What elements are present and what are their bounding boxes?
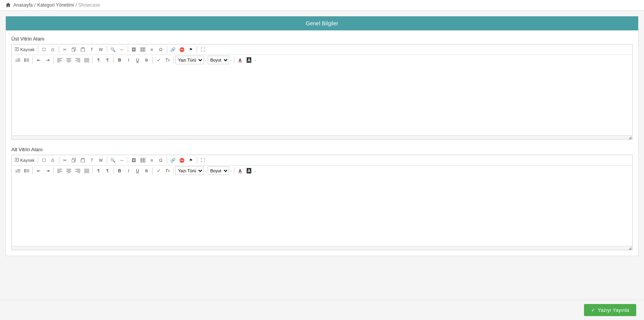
lower-align-left-btn[interactable] — [55, 166, 64, 175]
card-body: Üst Vitrin Alanı Kaynak ☐ ⎙ ✂ — [6, 30, 638, 256]
lower-anchor-btn[interactable]: ⚑ — [187, 156, 195, 164]
upper-editor-content[interactable] — [12, 65, 632, 135]
upper-align-left-btn[interactable] — [55, 56, 64, 64]
breadcrumb-home[interactable]: Anasayfa — [13, 2, 33, 8]
sep — [38, 157, 38, 164]
upper-paste-text-btn[interactable]: T — [88, 45, 96, 54]
upper-bidi-rtl-btn[interactable]: ¶ — [103, 56, 112, 64]
sep — [32, 167, 33, 174]
lower-bidi-ltr-btn[interactable]: ¶ — [94, 166, 103, 175]
upper-remove-format-btn[interactable]: ✓ — [154, 56, 163, 64]
lower-source-btn[interactable]: Kaynak — [13, 156, 36, 164]
lower-bold-btn[interactable]: B — [115, 166, 124, 175]
lower-strike-btn[interactable]: S — [142, 166, 151, 175]
lower-italic-btn[interactable]: I — [124, 166, 133, 175]
lower-image-btn[interactable]: 🖼 — [130, 156, 138, 164]
lower-ol-btn[interactable]: 1. — [13, 166, 22, 175]
lower-align-center-btn[interactable] — [64, 166, 73, 175]
lower-bidi-rtl-btn[interactable]: ¶ — [103, 166, 112, 175]
lower-font-color-btn[interactable]: A — [236, 166, 244, 175]
svg-rect-7 — [140, 47, 145, 52]
upper-align-center-btn[interactable] — [64, 56, 73, 64]
upper-copy-btn[interactable] — [70, 45, 78, 54]
upper-smiley-btn[interactable]: Ω — [157, 45, 165, 54]
upper-justify-btn[interactable] — [82, 56, 91, 64]
svg-point-16 — [24, 58, 25, 60]
upper-toolbar-row2: 1. ⇤ ⇥ — [12, 55, 632, 65]
lower-print-btn[interactable]: ⎙ — [49, 156, 57, 164]
lower-copy-btn[interactable] — [70, 156, 78, 164]
lower-hrule-btn[interactable]: ≡ — [148, 156, 156, 164]
svg-rect-4 — [72, 48, 74, 52]
upper-font-type-select[interactable]: Yazı Türü — [175, 56, 204, 64]
upper-editor-footer: ◢ — [12, 135, 632, 139]
sep — [167, 157, 167, 164]
upper-italic-btn[interactable]: I — [124, 56, 133, 64]
lower-find-btn[interactable]: 🔍 — [109, 156, 117, 164]
upper-bg-color-btn[interactable]: A — [245, 56, 253, 64]
upper-fullscreen-btn[interactable]: ⛶ — [199, 45, 207, 54]
upper-align-right-btn[interactable] — [73, 56, 82, 64]
upper-bidi-ltr-btn[interactable]: ¶ — [94, 56, 103, 64]
upper-print-btn[interactable]: ⎙ — [49, 45, 57, 54]
lower-indent-btn[interactable]: ⇥ — [43, 166, 52, 175]
lower-underline-btn[interactable]: U — [133, 166, 142, 175]
lower-toolbar-row1: Kaynak ☐ ⎙ ✂ T W — [12, 155, 632, 165]
lower-unlink-btn[interactable]: ⛔ — [178, 156, 186, 164]
lower-link-btn[interactable]: 🔗 — [169, 156, 177, 164]
upper-link-btn[interactable]: 🔗 — [169, 45, 177, 54]
upper-outdent-btn[interactable]: ⇤ — [34, 56, 43, 64]
upper-clear-format-btn[interactable]: Tx — [163, 56, 172, 64]
lower-align-right-btn[interactable] — [73, 166, 82, 175]
lower-editor-content[interactable] — [12, 176, 632, 246]
lower-table-btn[interactable] — [139, 156, 147, 164]
upper-editor-wrapper: Kaynak ☐ ⎙ ✂ T — [11, 44, 633, 140]
lower-font-type-select[interactable]: Yazı Türü — [175, 166, 204, 175]
upper-cut-btn[interactable]: ✂ — [61, 45, 69, 54]
upper-paste-btn[interactable] — [79, 45, 87, 54]
lower-paste-word-btn[interactable]: W — [97, 156, 105, 164]
lower-outdent-btn[interactable]: ⇤ — [34, 166, 43, 175]
lower-font-size-select[interactable]: Boyut — [208, 166, 229, 175]
upper-editor-label: Üst Vitrin Alanı — [11, 36, 633, 42]
lower-remove-format-btn[interactable]: ✓ — [154, 166, 163, 175]
upper-image-btn[interactable]: 🖼 — [130, 45, 138, 54]
lower-justify-btn[interactable] — [82, 166, 91, 175]
upper-newdoc-btn[interactable]: ☐ — [40, 45, 48, 54]
svg-rect-38 — [15, 158, 19, 161]
breadcrumb-category[interactable]: Kategori Yönetimi — [37, 2, 74, 8]
lower-paste-text-btn[interactable]: T — [88, 156, 96, 164]
upper-ul-btn[interactable] — [22, 56, 31, 64]
upper-source-label: Kaynak — [20, 47, 35, 52]
sep — [32, 57, 33, 64]
lower-resize-handle[interactable]: ◢ — [628, 246, 632, 250]
svg-point-55 — [24, 170, 25, 171]
upper-unlink-btn[interactable]: ⛔ — [178, 45, 186, 54]
upper-bold-btn[interactable]: B — [115, 56, 124, 64]
lower-paste-btn[interactable] — [79, 156, 87, 164]
upper-ol-btn[interactable]: 1. — [13, 56, 22, 64]
upper-strike-btn[interactable]: S — [142, 56, 151, 64]
upper-paste-word-btn[interactable]: W — [97, 45, 105, 54]
lower-bg-color-btn[interactable]: A — [245, 166, 253, 175]
upper-find-btn[interactable]: 🔍 — [109, 45, 117, 54]
lower-fullscreen-btn[interactable]: ⛶ — [199, 156, 207, 164]
lower-replace-btn[interactable]: ↔ — [118, 156, 126, 164]
upper-font-color-btn[interactable]: A — [236, 56, 244, 64]
upper-replace-btn[interactable]: ↔ — [118, 45, 126, 54]
lower-cut-btn[interactable]: ✂ — [61, 156, 69, 164]
lower-smiley-btn[interactable]: Ω — [157, 156, 165, 164]
upper-indent-btn[interactable]: ⇥ — [43, 56, 52, 64]
lower-toolbar-row2: 1. ⇤ ⇥ — [12, 165, 632, 176]
lower-clear-format-btn[interactable]: Tx — [163, 166, 172, 175]
upper-source-btn[interactable]: Kaynak — [13, 45, 36, 54]
upper-anchor-btn[interactable]: ⚑ — [187, 45, 195, 54]
upper-resize-handle[interactable]: ◢ — [628, 135, 632, 140]
upper-underline-btn[interactable]: U — [133, 56, 142, 64]
upper-font-size-select[interactable]: Boyut — [208, 56, 229, 64]
upper-table-btn[interactable] — [139, 45, 147, 54]
svg-rect-45 — [140, 158, 145, 163]
lower-newdoc-btn[interactable]: ☐ — [40, 156, 48, 164]
lower-ul-btn[interactable] — [22, 166, 31, 175]
upper-hrule-btn[interactable]: ≡ — [148, 45, 156, 54]
